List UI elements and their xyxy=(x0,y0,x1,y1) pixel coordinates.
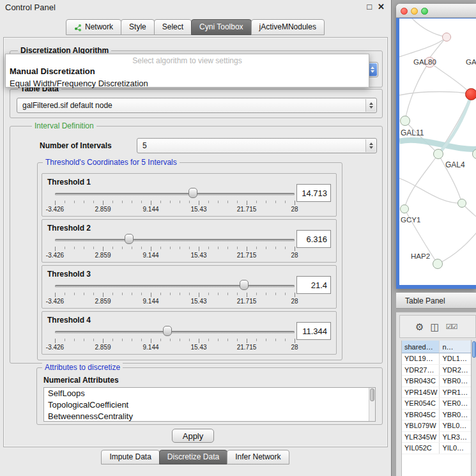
threshold-1-slider[interactable] xyxy=(55,188,295,199)
zoom-light-icon[interactable] xyxy=(421,8,428,15)
threshold-4-value-input[interactable] xyxy=(296,322,331,340)
threshold-2-panel: Threshold 2 -3.426 2.859 9.144 15.43 21.… xyxy=(42,219,337,263)
table-cell[interactable]: YBR045C xyxy=(402,410,440,420)
threshold-3-value-input[interactable] xyxy=(296,276,331,294)
scale-label: 2.859 xyxy=(95,298,111,305)
table-cell[interactable]: YLR3… xyxy=(440,432,471,443)
table-row[interactable]: YIL052C YIL0… xyxy=(402,443,471,454)
tab-cyni-toolbox[interactable]: Cyni Toolbox xyxy=(191,19,251,35)
node-label: GCY1 xyxy=(401,216,420,224)
list-item[interactable]: TopologicalCoefficient xyxy=(44,399,375,411)
tab-discretize-data[interactable]: Discretize Data xyxy=(159,450,227,464)
network-node[interactable] xyxy=(442,33,451,42)
slider-thumb[interactable] xyxy=(188,188,197,198)
table-row[interactable]: YDL19… YDL1… xyxy=(402,353,471,365)
network-view-window: GAL80 GA GAL11 GAL4 GCY1 HAP2 xyxy=(396,4,476,289)
table-scrollbar-thumb[interactable] xyxy=(472,341,476,358)
slider-scale: -3.426 2.859 9.144 15.43 21.715 28 xyxy=(55,206,295,213)
threshold-1-value-input[interactable] xyxy=(296,184,331,202)
slider-ticks xyxy=(55,293,295,297)
float-window-icon[interactable]: □ xyxy=(367,2,372,12)
threshold-3-label: Threshold 3 xyxy=(47,270,91,279)
tab-jactivemnodules[interactable]: jActiveMNodules xyxy=(251,19,325,35)
table-row[interactable]: YBR045C YBR0… xyxy=(402,410,471,421)
table-cell[interactable]: YDR2… xyxy=(440,365,471,376)
table-data-combobox-value: galFiltered.sif default node xyxy=(22,101,112,110)
threshold-3-panel: Threshold 3 -3.426 2.859 9.144 15.43 21.… xyxy=(42,265,337,309)
columns-icon[interactable]: ◫ xyxy=(430,322,439,332)
slider-thumb[interactable] xyxy=(125,234,134,244)
table-row[interactable]: YBL079W YBL0… xyxy=(402,420,471,432)
control-panel-titlebar: Control Panel □ ✕ xyxy=(0,0,391,15)
popup-option-equal-width-frequency[interactable]: Equal Width/Frequency Discretization xyxy=(6,77,369,89)
number-of-intervals-label: Number of Intervals xyxy=(40,141,112,150)
threshold-4-slider[interactable] xyxy=(55,326,295,337)
table-cell[interactable]: YER054C xyxy=(402,398,440,409)
list-scrollbar[interactable] xyxy=(369,388,375,421)
table-row[interactable]: YER054C YER0… xyxy=(402,398,471,410)
table-data-combobox[interactable]: galFiltered.sif default node xyxy=(17,98,377,113)
scale-label: -3.426 xyxy=(46,252,64,259)
tab-style[interactable]: Style xyxy=(121,19,155,35)
list-scrollbar-thumb[interactable] xyxy=(370,388,374,401)
scale-label: 15.43 xyxy=(190,206,206,213)
network-canvas[interactable]: GAL80 GA GAL11 GAL4 GCY1 HAP2 xyxy=(399,19,476,285)
table-cell[interactable]: YDL19… xyxy=(402,353,440,364)
list-item[interactable]: SelfLoops xyxy=(44,388,375,399)
slider-ticks xyxy=(55,339,295,343)
threshold-2-value-input[interactable] xyxy=(296,230,331,248)
slider-thumb[interactable] xyxy=(163,326,172,336)
table-scrollbar[interactable] xyxy=(471,340,476,476)
table-cell[interactable]: YIL0… xyxy=(440,443,471,454)
table-row[interactable]: YLR345W YLR3… xyxy=(402,432,471,443)
select-columns-icon[interactable]: ☑☑ xyxy=(446,323,457,330)
network-node[interactable] xyxy=(433,259,443,269)
table-cell[interactable]: YBL0… xyxy=(440,420,471,431)
scale-label: 28 xyxy=(291,344,298,351)
table-cell[interactable]: YBL079W xyxy=(402,420,440,431)
network-node-selected[interactable] xyxy=(465,88,476,100)
slider-track xyxy=(55,285,295,288)
tab-network[interactable]: Network xyxy=(66,19,121,35)
table-cell[interactable]: YER0… xyxy=(440,398,471,409)
table-cell[interactable]: YPR1… xyxy=(440,387,471,398)
number-of-intervals-combobox[interactable]: 5 xyxy=(137,138,377,153)
table-row[interactable]: YDR27… YDR2… xyxy=(402,365,471,376)
table-cell[interactable]: YPR145W xyxy=(402,387,440,398)
minimize-light-icon[interactable] xyxy=(411,8,418,15)
popup-option-manual-discretization[interactable]: Manual Discretization xyxy=(6,65,369,77)
table-cell[interactable]: YIL052C xyxy=(402,443,440,454)
algorithm-dropdown-popup: Select algorithm to view settings Manual… xyxy=(5,54,369,88)
network-node[interactable] xyxy=(457,199,466,208)
tab-style-label: Style xyxy=(129,20,146,35)
tab-infer-network[interactable]: Infer Network xyxy=(227,450,289,464)
table-cell[interactable]: YLR345W xyxy=(402,432,440,443)
table-cell[interactable]: YDL1… xyxy=(440,353,471,364)
network-node[interactable] xyxy=(400,204,409,213)
close-window-icon[interactable]: ✕ xyxy=(378,2,385,12)
scale-label: 9.144 xyxy=(142,206,158,213)
table-panel-toolbar: ⚙ ◫ ☑☑ xyxy=(399,315,476,338)
column-header[interactable]: n… xyxy=(440,341,471,353)
slider-thumb[interactable] xyxy=(240,280,249,290)
column-header[interactable]: shared… xyxy=(402,341,440,353)
table-cell[interactable]: YBR0… xyxy=(440,410,471,420)
table-cell[interactable]: YBR043C xyxy=(402,376,440,387)
network-node[interactable] xyxy=(400,116,410,126)
apply-button[interactable]: Apply xyxy=(172,429,214,443)
network-node[interactable] xyxy=(433,149,443,159)
table-row[interactable]: YBR043C YBR0… xyxy=(402,376,471,387)
network-view-frame: GAL80 GA GAL11 GAL4 GCY1 HAP2 xyxy=(396,18,476,289)
threshold-3-slider[interactable] xyxy=(55,280,295,291)
tab-select[interactable]: Select xyxy=(154,19,192,35)
table-row[interactable]: YPR145W YPR1… xyxy=(402,387,471,399)
scale-label: 28 xyxy=(291,298,298,305)
gear-icon[interactable]: ⚙ xyxy=(415,322,424,332)
close-light-icon[interactable] xyxy=(401,8,408,15)
threshold-2-slider[interactable] xyxy=(55,234,295,245)
tab-impute-data[interactable]: Impute Data xyxy=(101,450,159,464)
interval-definition-group: Interval Definition Number of Intervals … xyxy=(10,126,383,364)
table-cell[interactable]: YDR27… xyxy=(402,365,440,376)
table-cell[interactable]: YBR0… xyxy=(440,376,471,387)
list-item[interactable]: BetweennessCentrality xyxy=(44,411,375,422)
